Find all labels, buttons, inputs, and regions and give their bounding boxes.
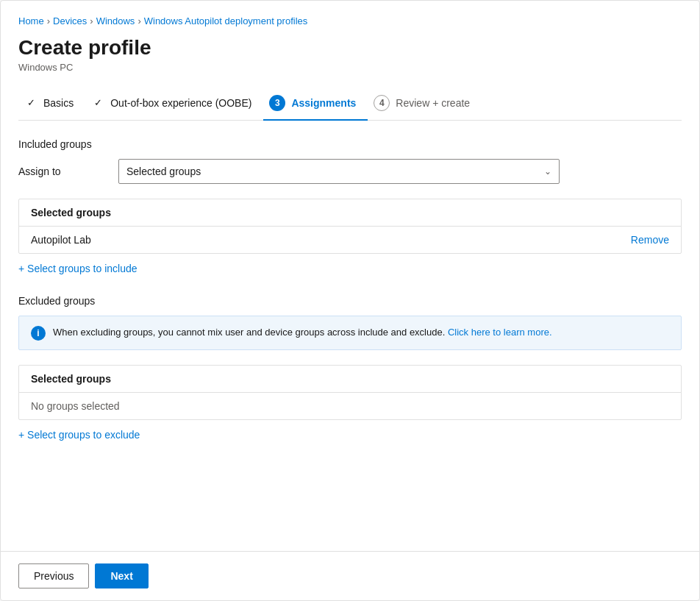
next-button[interactable]: Next xyxy=(95,563,148,588)
no-groups-label: No groups selected xyxy=(31,400,120,412)
step-review[interactable]: 4 Review + create xyxy=(368,88,482,120)
included-groups-header: Selected groups xyxy=(19,199,681,227)
step-review-label: Review + create xyxy=(396,97,470,109)
assign-to-value: Selected groups xyxy=(126,166,201,177)
step-oobe[interactable]: ✓ Out-of-box experience (OOBE) xyxy=(85,89,263,118)
chevron-down-icon: ⌄ xyxy=(544,166,551,177)
select-exclude-link[interactable]: + Select groups to exclude xyxy=(18,429,140,441)
autopilot-lab-label: Autopilot Lab xyxy=(31,234,91,246)
step-assignments-label: Assignments xyxy=(291,97,356,109)
step-num-review: 4 xyxy=(374,95,390,111)
breadcrumb-sep-3: › xyxy=(138,15,140,26)
breadcrumb: Home › Devices › Windows › Windows Autop… xyxy=(18,15,682,26)
assign-to-label: Assign to xyxy=(18,166,107,177)
breadcrumb-windows[interactable]: Windows xyxy=(96,15,135,26)
breadcrumb-devices[interactable]: Devices xyxy=(53,15,87,26)
page-title: Create profile xyxy=(18,35,682,60)
info-learn-more-link[interactable]: Click here to learn more. xyxy=(448,327,552,338)
check-icon-oobe: ✓ xyxy=(91,96,104,110)
breadcrumb-home[interactable]: Home xyxy=(18,15,44,26)
select-include-link[interactable]: + Select groups to include xyxy=(18,263,138,274)
breadcrumb-sep-1: › xyxy=(47,15,50,26)
breadcrumb-profiles[interactable]: Windows Autopilot deployment profiles xyxy=(144,15,308,26)
step-basics[interactable]: ✓ Basics xyxy=(18,89,85,118)
info-box: i When excluding groups, you cannot mix … xyxy=(18,316,682,350)
footer: Previous Next xyxy=(1,551,699,600)
remove-included-button[interactable]: Remove xyxy=(631,234,669,246)
breadcrumb-sep-2: › xyxy=(90,15,93,26)
info-box-text: When excluding groups, you cannot mix us… xyxy=(53,325,669,340)
check-icon-basics: ✓ xyxy=(24,96,38,110)
excluded-groups-label: Excluded groups xyxy=(18,295,682,307)
excluded-groups-header: Selected groups xyxy=(19,366,681,393)
step-basics-label: Basics xyxy=(43,97,74,109)
info-icon: i xyxy=(31,326,46,341)
assign-to-row: Assign to Selected groups ⌄ xyxy=(18,159,682,184)
included-groups-box: Selected groups Autopilot Lab Remove xyxy=(18,199,682,254)
page-subtitle: Windows PC xyxy=(18,62,682,73)
included-groups-label: Included groups xyxy=(18,138,682,150)
info-text: When excluding groups, you cannot mix us… xyxy=(53,327,445,338)
assign-to-select[interactable]: Selected groups ⌄ xyxy=(118,159,560,184)
previous-button[interactable]: Previous xyxy=(18,563,89,588)
wizard-steps: ✓ Basics ✓ Out-of-box experience (OOBE) … xyxy=(18,88,682,121)
excluded-groups-box: Selected groups No groups selected xyxy=(18,365,682,420)
included-group-row: Autopilot Lab Remove xyxy=(19,227,681,253)
step-num-assignments: 3 xyxy=(269,95,285,111)
excluded-group-row: No groups selected xyxy=(19,393,681,419)
step-assignments[interactable]: 3 Assignments xyxy=(263,88,368,120)
main-window: Home › Devices › Windows › Windows Autop… xyxy=(0,0,700,601)
step-oobe-label: Out-of-box experience (OOBE) xyxy=(110,97,251,109)
content-area: Home › Devices › Windows › Windows Autop… xyxy=(1,1,699,551)
